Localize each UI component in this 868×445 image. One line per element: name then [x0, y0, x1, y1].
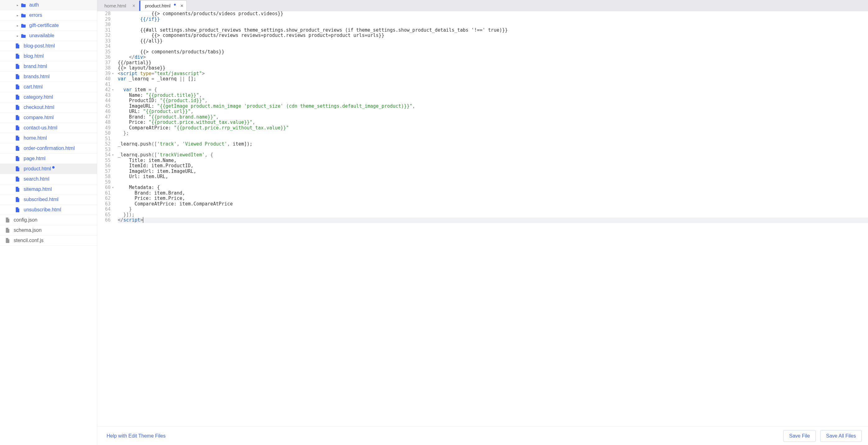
file-cart-html[interactable]: cart.html [0, 82, 97, 92]
file-label: page.html [24, 156, 45, 161]
file-label: blog.html [24, 54, 44, 59]
close-icon[interactable]: × [132, 3, 135, 9]
folder-icon [21, 34, 27, 38]
file-brands-html[interactable]: brands.html [0, 72, 97, 82]
file-label: sitemap.html [24, 186, 52, 192]
root-file-config-json[interactable]: config.json [0, 215, 97, 225]
folder-unavailable[interactable]: ▸unavailable [0, 31, 97, 41]
file-brand-html[interactable]: brand.html [0, 62, 97, 72]
file-label: config.json [14, 217, 38, 223]
file-label: schema.json [14, 228, 42, 233]
folder-label: gift-certificate [29, 23, 59, 28]
file-order-confirmation-html[interactable]: order-confirmation.html [0, 143, 97, 153]
file-label: order-confirmation.html [24, 145, 75, 151]
file-icon [16, 105, 21, 110]
file-label: stencil.conf.js [14, 238, 43, 243]
root-file-schema-json[interactable]: schema.json [0, 225, 97, 236]
file-label: brands.html [24, 74, 50, 79]
file-icon [16, 125, 21, 130]
chevron-right-icon: ▸ [16, 3, 19, 7]
file-label: blog-post.html [24, 43, 55, 49]
file-unsubscribe-html[interactable]: unsubscribe.html [0, 205, 97, 215]
file-product-html[interactable]: product.html• [0, 164, 97, 174]
root-file-stencil-conf-js[interactable]: stencil.conf.js [0, 236, 97, 246]
folder-errors[interactable]: ▸errors [0, 10, 97, 21]
file-category-html[interactable]: category.html [0, 92, 97, 102]
file-icon [16, 115, 21, 120]
file-page-html[interactable]: page.html [0, 153, 97, 164]
folder-icon [21, 3, 27, 7]
file-icon [16, 54, 21, 59]
editor-pane: home.html×product.html•× 282930313233343… [97, 0, 868, 445]
file-icon [16, 136, 21, 141]
file-icon [16, 95, 21, 100]
file-label: unsubscribe.html [24, 207, 61, 212]
file-icon [16, 43, 21, 48]
file-checkout-html[interactable]: checkout.html [0, 102, 97, 113]
tab-label: product.html [145, 3, 170, 8]
file-icon [16, 187, 21, 192]
file-icon [16, 64, 21, 69]
tab-label: home.html [104, 3, 126, 8]
folder-label: unavailable [29, 33, 54, 38]
file-contact-us-html[interactable]: contact-us.html [0, 123, 97, 133]
file-compare-html[interactable]: compare.html [0, 113, 97, 123]
file-sitemap-html[interactable]: sitemap.html [0, 184, 97, 195]
file-label: brand.html [24, 64, 47, 69]
file-icon [16, 156, 21, 161]
save-file-button[interactable]: Save File [783, 430, 816, 442]
line-gutter: 2829303132333435363738394041424344454647… [97, 11, 114, 426]
file-icon [16, 146, 21, 151]
chevron-right-icon: ▸ [16, 34, 19, 38]
file-icon [16, 166, 21, 171]
tab-product-html[interactable]: product.html•× [139, 0, 187, 11]
file-label: checkout.html [24, 105, 54, 110]
file-label: compare.html [24, 115, 54, 121]
file-icon [16, 197, 21, 202]
file-label: contact-us.html [24, 125, 57, 131]
file-subscribed-html[interactable]: subscribed.html [0, 195, 97, 205]
file-icon [6, 238, 11, 243]
file-label: subscribed.html [24, 197, 58, 202]
tab-home-html[interactable]: home.html× [100, 0, 138, 11]
file-icon [16, 207, 21, 212]
file-label: category.html [24, 94, 53, 100]
code-editor[interactable]: 2829303132333435363738394041424344454647… [97, 11, 868, 426]
file-icon [6, 217, 11, 222]
file-label: cart.html [24, 84, 42, 90]
file-label: search.html [24, 176, 50, 182]
folder-gift-certificate[interactable]: ▸gift-certificate [0, 21, 97, 31]
folder-icon [21, 13, 27, 18]
file-search-html[interactable]: search.html [0, 174, 97, 184]
editor-footer: Help with Edit Theme Files Save File Sav… [97, 426, 868, 445]
file-icon [6, 228, 11, 233]
folder-icon [21, 24, 27, 28]
file-icon [16, 74, 21, 79]
file-label: home.html [24, 135, 47, 141]
file-blog-post-html[interactable]: blog-post.html [0, 41, 97, 51]
file-tree-sidebar[interactable]: ▸auth▸errors▸gift-certificate▸unavailabl… [0, 0, 97, 445]
save-all-files-button[interactable]: Save All Files [820, 430, 862, 442]
file-icon [16, 177, 21, 181]
code-content[interactable]: {{> components/products/videos product.v… [114, 11, 868, 426]
file-label: product.html [24, 166, 51, 172]
chevron-right-icon: ▸ [16, 14, 19, 17]
file-home-html[interactable]: home.html [0, 133, 97, 143]
folder-auth[interactable]: ▸auth [0, 0, 97, 10]
tab-bar: home.html×product.html•× [97, 0, 868, 11]
folder-label: errors [29, 12, 42, 18]
chevron-right-icon: ▸ [16, 24, 19, 27]
file-icon [16, 84, 21, 90]
file-blog-html[interactable]: blog.html [0, 51, 97, 62]
close-icon[interactable]: × [181, 3, 183, 9]
folder-label: auth [29, 2, 39, 8]
help-link[interactable]: Help with Edit Theme Files [106, 433, 165, 439]
